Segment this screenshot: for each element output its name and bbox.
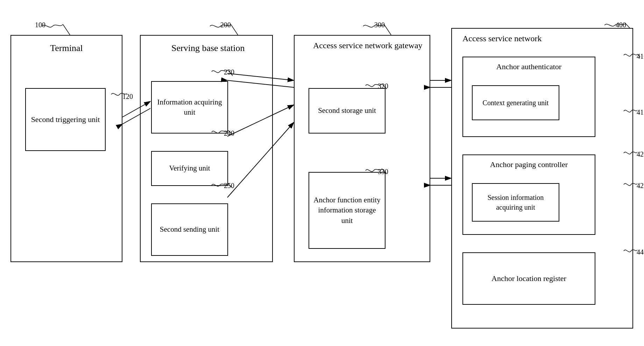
session-info-label: Session information acquiring unit — [475, 193, 556, 212]
svg-line-3 — [231, 24, 238, 35]
anchor-function-label: Anchor function entity information stora… — [312, 195, 382, 226]
second-triggering-unit-box: Second triggering unit — [25, 88, 106, 151]
ref-250: 250 — [224, 182, 234, 190]
ref-300: 300 — [374, 21, 385, 29]
asn-outer-box: Access service network Anchor authentica… — [451, 28, 633, 329]
second-storage-label: Second storage unit — [318, 106, 376, 116]
ref-120: 120 — [122, 93, 133, 101]
svg-line-2 — [63, 24, 70, 35]
ref-330: 330 — [378, 168, 388, 176]
anchor-paging-box: Anchor paging controller Session informa… — [462, 154, 595, 235]
anchor-location-label: Anchor location register — [491, 273, 566, 284]
ref-100: 100 — [35, 21, 45, 29]
session-info-box: Session information acquiring unit — [472, 183, 559, 222]
anchor-auth-box: Anchor authenticator Context generating … — [462, 57, 595, 137]
ref-240: 240 — [224, 129, 234, 137]
ref-320: 320 — [378, 82, 388, 90]
info-acquiring-label: Information acquiring unit — [155, 97, 225, 118]
asn-gw-box: Access service network gateway Second st… — [294, 35, 430, 262]
second-triggering-unit-label: Second triggering unit — [31, 114, 100, 125]
ref-230: 230 — [224, 68, 234, 76]
ref-410: 410 — [637, 52, 644, 60]
serving-bs-box: Serving base station Information acquiri… — [140, 35, 273, 262]
ref-411: 411 — [637, 108, 644, 116]
anchor-paging-label: Anchor paging controller — [490, 159, 568, 170]
verifying-unit-label: Verifying unit — [169, 163, 210, 173]
anchor-auth-label: Anchor authenticator — [496, 62, 561, 72]
context-gen-box: Context generating unit — [472, 85, 559, 120]
ref-400: 400 — [616, 21, 626, 29]
second-sending-unit-label: Second sending unit — [160, 224, 219, 235]
ref-200: 200 — [220, 21, 231, 29]
asn-label: Access service network — [462, 33, 542, 45]
second-sending-unit-box: Second sending unit — [151, 203, 228, 256]
ref-440: 440 — [637, 248, 644, 256]
diagram: Terminal Second triggering unit Serving … — [0, 0, 644, 346]
second-storage-box: Second storage unit — [309, 88, 385, 134]
terminal-box: Terminal Second triggering unit — [10, 35, 122, 262]
serving-bs-label: Serving base station — [171, 42, 241, 55]
ref-420: 420 — [637, 150, 644, 158]
verifying-unit-box: Verifying unit — [151, 151, 228, 186]
context-gen-label: Context generating unit — [483, 98, 549, 108]
ref-421: 421 — [637, 182, 644, 190]
anchor-function-box: Anchor function entity information stora… — [309, 172, 385, 249]
svg-line-7 — [384, 24, 391, 35]
terminal-label: Terminal — [50, 42, 83, 55]
asn-gw-label: Access service network gateway — [313, 40, 411, 52]
anchor-location-box: Anchor location register — [462, 252, 595, 305]
info-acquiring-box: Information acquiring unit — [151, 81, 228, 134]
